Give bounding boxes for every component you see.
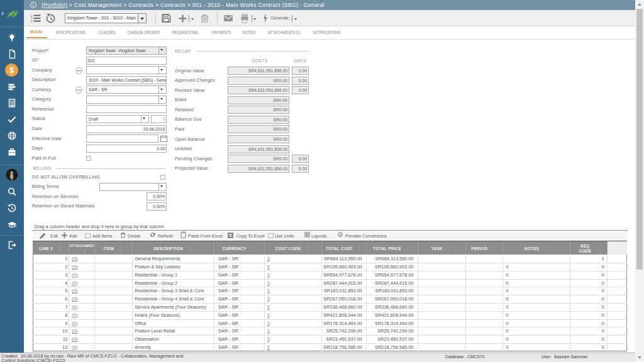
svg-text:3: 3	[31, 20, 33, 23]
